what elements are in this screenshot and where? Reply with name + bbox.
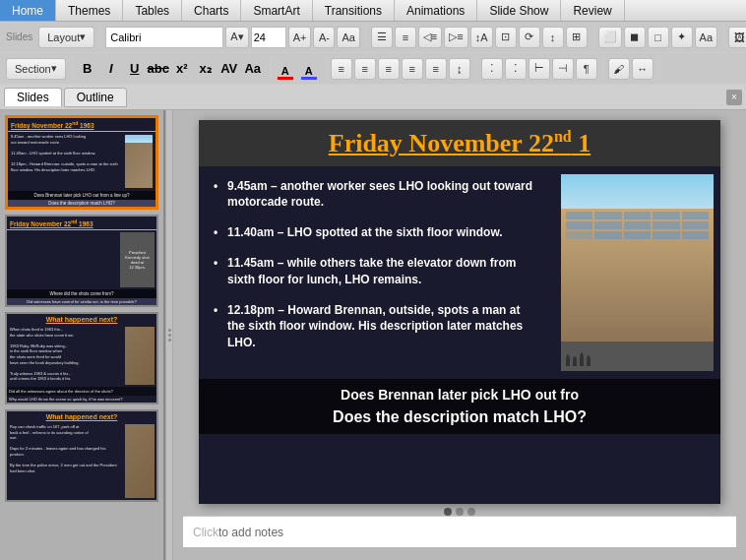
menu-animations[interactable]: Animations xyxy=(395,0,477,21)
columns-btn[interactable]: ⊞ xyxy=(566,27,588,48)
text-direction[interactable]: ↕A xyxy=(470,27,493,48)
para-settings-btn[interactable]: ¶ xyxy=(576,58,597,80)
char-spacing-button[interactable]: AV xyxy=(218,58,240,80)
highlight-color-button[interactable]: A xyxy=(298,58,320,80)
toolbar-row1: Slides Layout ▾ A▾ A+ A- Aa ☰ ≡ ◁≡ ▷≡ ↕A… xyxy=(0,22,746,53)
bullets2-btn[interactable]: ⁚ xyxy=(481,58,503,80)
font-size-down[interactable]: A- xyxy=(313,27,335,48)
drawing2-group: 🖌 ↔ xyxy=(608,55,660,82)
strikethrough-button[interactable]: abc xyxy=(148,58,169,80)
underline-button[interactable]: U xyxy=(124,58,146,80)
slide-thumbnail-2[interactable]: Friday November 22nd 1963 PresidentKenne… xyxy=(5,215,158,307)
layout-button[interactable]: Layout ▾ xyxy=(38,27,94,48)
indent-increase[interactable]: ▷≡ xyxy=(444,27,467,48)
align-group: ≡ ≡ ≡ ≡ ≡ ↨ xyxy=(331,55,477,82)
font-size-decrease[interactable]: A▾ xyxy=(225,27,248,48)
menu-themes[interactable]: Themes xyxy=(56,0,123,21)
superscript-button[interactable]: x² xyxy=(171,58,193,80)
slide-nav-dots xyxy=(444,508,475,516)
font-color-button[interactable]: A xyxy=(275,58,296,80)
format-painter[interactable]: 🖌 xyxy=(608,58,630,80)
slide-viewer: Friday November 22nd 1 9.45am – another … xyxy=(173,110,746,560)
slide-text-column: 9.45am – another worker sees LHO looking… xyxy=(199,166,553,379)
toolbar: Slides Layout ▾ A▾ A+ A- Aa ☰ ≡ ◁≡ ▷≡ ↕A… xyxy=(0,22,746,85)
outdent2-btn[interactable]: ⊣ xyxy=(552,58,574,80)
indent2-btn[interactable]: ⊢ xyxy=(528,58,550,80)
shape-fill[interactable]: ◼ xyxy=(624,27,646,48)
align-center[interactable]: ≡ xyxy=(354,58,376,80)
menu-review[interactable]: Review xyxy=(561,0,624,21)
building-image xyxy=(561,174,714,371)
para2-group: ⁚ ⁚ ⊢ ⊣ ¶ xyxy=(481,55,604,82)
menu-slideshow[interactable]: Slide Show xyxy=(477,0,561,21)
nav-dot-1[interactable] xyxy=(444,508,452,516)
indent-decrease[interactable]: ◁≡ xyxy=(418,27,442,48)
smartart-convert[interactable]: ⟳ xyxy=(519,27,540,48)
section-group: Section ▾ xyxy=(6,55,73,82)
slide-bottom-text2: Does the description match LHO? xyxy=(214,408,706,426)
bold-button[interactable]: B xyxy=(77,58,98,80)
clear-format-btn[interactable]: Aa xyxy=(337,27,359,48)
numbering-btn[interactable]: ≡ xyxy=(395,27,416,48)
nav-dot-3[interactable] xyxy=(467,508,475,516)
slide-canvas[interactable]: Friday November 22nd 1 9.45am – another … xyxy=(199,120,720,504)
slide-image-column xyxy=(553,166,720,379)
font-name-input[interactable] xyxy=(105,27,223,48)
menu-charts[interactable]: Charts xyxy=(182,0,241,21)
section-button[interactable]: Section ▾ xyxy=(6,58,66,80)
color-group: A A xyxy=(275,55,327,82)
slide-bottom-text1: Does Brennan later pick LHO out fro xyxy=(214,387,706,403)
menu-home[interactable]: Home xyxy=(0,0,56,21)
insert-img-btn[interactable]: 🖼 xyxy=(728,27,746,48)
justify[interactable]: ≡ xyxy=(402,58,423,80)
slides-group: Slides Layout ▾ xyxy=(6,24,101,50)
slide-thumbnail-1[interactable]: Friday November 22nd 1963 9.45am - anoth… xyxy=(5,115,158,210)
shape-outline[interactable]: □ xyxy=(648,27,669,48)
main-area: Friday November 22nd 1963 9.45am - anoth… xyxy=(0,110,746,560)
change-case-button[interactable]: Aa xyxy=(242,58,264,80)
bullet-2: 11.40am – LHO spotted at the sixth floor… xyxy=(214,224,538,241)
tab-outline[interactable]: Outline xyxy=(64,88,127,107)
notes-area[interactable]: Click to add notes xyxy=(183,516,736,547)
nav-dot-2[interactable] xyxy=(456,508,464,516)
insert-group: 🖼 ⬡ xyxy=(728,24,746,50)
bullet-4: 12.18pm – Howard Brennan, outside, spots… xyxy=(214,302,538,351)
line-height-btn[interactable]: ↨ xyxy=(449,58,470,80)
slides-tabs-bar: Slides Outline × xyxy=(0,85,746,110)
format-group: B I U abc x² x₂ AV Aa xyxy=(77,55,271,82)
align-text[interactable]: ⊡ xyxy=(495,27,517,48)
slide-bottom-bar: Does Brennan later pick LHO out fro Does… xyxy=(199,379,720,434)
align-right[interactable]: ≡ xyxy=(378,58,400,80)
tab-slides[interactable]: Slides xyxy=(4,88,62,106)
add-notes-link[interactable]: to add notes xyxy=(218,526,283,539)
slide-title: Friday November 22nd 1 xyxy=(329,129,591,157)
shape-arrange[interactable]: ⬜ xyxy=(598,27,622,48)
slide-thumbnail-3[interactable]: What happened next? When shots fired in … xyxy=(5,312,158,404)
align-distribute[interactable]: ≡ xyxy=(425,58,447,80)
slide-panel[interactable]: Friday November 22nd 1963 9.45am - anoth… xyxy=(0,110,165,560)
menu-bar: Home Themes Tables Charts SmartArt Trans… xyxy=(0,0,746,22)
quick-styles[interactable]: Aa xyxy=(695,27,717,48)
menu-smartart[interactable]: SmartArt xyxy=(241,0,312,21)
bullet-3: 11.45am – while others take the elevator… xyxy=(214,255,538,288)
line-spacing[interactable]: ↕ xyxy=(542,27,564,48)
subscript-button[interactable]: x₂ xyxy=(195,58,217,80)
menu-tables[interactable]: Tables xyxy=(123,0,182,21)
font-size-input[interactable] xyxy=(251,27,286,48)
num2-btn[interactable]: ⁚ xyxy=(505,58,527,80)
slide-title-bar: Friday November 22nd 1 xyxy=(199,120,720,166)
align-left[interactable]: ≡ xyxy=(331,58,352,80)
resize-dots-icon xyxy=(168,329,171,342)
slide-bullet-list: 9.45am – another worker sees LHO looking… xyxy=(214,178,538,351)
bullets-btn[interactable]: ☰ xyxy=(371,27,393,48)
italic-button[interactable]: I xyxy=(100,58,122,80)
font-size-up[interactable]: A+ xyxy=(288,27,312,48)
panel-resize-handle[interactable] xyxy=(165,110,173,560)
slides-group-label: Slides xyxy=(6,31,32,42)
font-group: A▾ A+ A- Aa xyxy=(105,24,367,50)
menu-transitions[interactable]: Transitions xyxy=(313,0,395,21)
close-panel-button[interactable]: × xyxy=(726,90,742,105)
replace-btn[interactable]: ↔ xyxy=(632,58,653,80)
shape-effects[interactable]: ✦ xyxy=(671,27,693,48)
slide-thumbnail-4[interactable]: What happened next? Roy can check traffi… xyxy=(5,409,158,502)
